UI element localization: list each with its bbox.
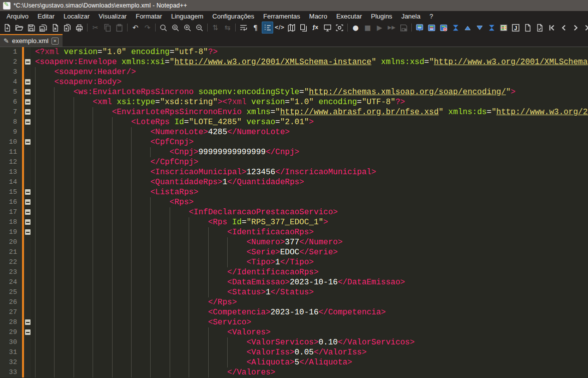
goto-next-button[interactable] xyxy=(570,22,581,34)
code-line[interactable]: <Aliquota>5</Aliquota> xyxy=(31,357,588,367)
line-number[interactable]: 7 xyxy=(0,107,22,117)
function-list-button[interactable]: ƒx xyxy=(310,22,321,34)
code-line[interactable]: </CpfCnpj> xyxy=(31,157,588,167)
line-number[interactable]: 20 xyxy=(0,237,22,247)
menu-item-help[interactable]: ? xyxy=(425,12,437,21)
menu-item-formatar[interactable]: Formatar xyxy=(131,12,167,21)
code-line[interactable]: </Rps> xyxy=(31,297,588,307)
macro-play-button[interactable]: ▶ xyxy=(374,22,385,34)
line-number[interactable]: 33 xyxy=(0,367,22,377)
line-number[interactable]: 5 xyxy=(0,87,22,97)
code-line[interactable]: <InfDeclaracaoPrestacaoServico> xyxy=(31,207,588,217)
compare-nav-first-button[interactable] xyxy=(450,22,461,34)
line-number[interactable]: 32 xyxy=(0,357,22,367)
code-line[interactable]: <soapenv:Body> xyxy=(31,77,588,87)
fold-margin[interactable] xyxy=(24,367,31,377)
code-line[interactable]: <?xml version="1.0" encoding="utf-8"?> xyxy=(31,47,588,57)
code-line[interactable]: </IdentificacaoRps> xyxy=(31,267,588,277)
line-number[interactable]: 3 xyxy=(0,67,22,77)
code-line[interactable]: <InscricaoMunicipal>123456</InscricaoMun… xyxy=(31,167,588,177)
line-number[interactable]: 9 xyxy=(0,127,22,137)
fold-margin[interactable] xyxy=(24,217,31,227)
sync-vertical-scroll-button[interactable]: ⇅ xyxy=(210,22,221,34)
fold-margin[interactable] xyxy=(24,347,31,357)
line-number[interactable]: 22 xyxy=(0,257,22,267)
fold-margin[interactable] xyxy=(24,177,31,187)
fold-margin[interactable] xyxy=(24,127,31,137)
fold-margin[interactable] xyxy=(24,97,31,107)
fold-margin[interactable] xyxy=(24,227,31,237)
tab-close-icon[interactable]: ✕ xyxy=(52,38,59,45)
fold-margin[interactable] xyxy=(24,277,31,287)
code-line[interactable]: <Competencia>2023-10-16</Competencia> xyxy=(31,307,588,317)
fold-margin[interactable] xyxy=(24,247,31,257)
menu-item-executar[interactable]: Executar xyxy=(332,12,366,21)
fold-margin[interactable] xyxy=(24,107,31,117)
line-number[interactable]: 10 xyxy=(0,137,22,147)
fold-margin[interactable] xyxy=(24,187,31,197)
fold-collapse-icon[interactable] xyxy=(25,119,31,125)
compare-set-first-button[interactable] xyxy=(414,22,425,34)
redo-button[interactable]: ↷ xyxy=(142,22,153,34)
line-number[interactable]: 11 xyxy=(0,147,22,157)
line-number[interactable]: 29 xyxy=(0,327,22,337)
tab-exemplo.xml[interactable]: ✎exemplo.xml✕ xyxy=(0,34,63,47)
code-line[interactable]: <DataEmissao>2023-10-16</DataEmissao> xyxy=(31,277,588,287)
fold-margin[interactable] xyxy=(24,257,31,267)
fold-margin[interactable] xyxy=(24,57,31,67)
menu-item-editar[interactable]: Editar xyxy=(33,12,59,21)
fold-margin[interactable] xyxy=(24,357,31,367)
macro-save-button[interactable] xyxy=(398,22,409,34)
compare-clear-button[interactable] xyxy=(438,22,449,34)
code-line[interactable]: <soapenv:Envelope xmlns:xsi="http://www.… xyxy=(31,57,588,67)
document-plain-button[interactable] xyxy=(522,22,533,34)
fold-margin[interactable] xyxy=(24,317,31,327)
code-line[interactable]: <Numero>377</Numero> xyxy=(31,237,588,247)
monitoring-button[interactable] xyxy=(322,22,333,34)
fold-margin[interactable] xyxy=(24,87,31,97)
code-line[interactable]: <Valores> xyxy=(31,327,588,337)
fold-collapse-icon[interactable] xyxy=(25,199,31,205)
new-file-button[interactable] xyxy=(2,22,13,34)
code-line[interactable]: <Servico> xyxy=(31,317,588,327)
fold-collapse-icon[interactable] xyxy=(25,89,31,95)
line-number[interactable]: 19 xyxy=(0,227,22,237)
code-line[interactable]: <ValorServicos>0.10</ValorServicos> xyxy=(31,337,588,347)
fold-collapse-icon[interactable] xyxy=(25,319,31,325)
fold-margin[interactable] xyxy=(24,267,31,277)
close-button[interactable] xyxy=(50,22,61,34)
line-number[interactable]: 18 xyxy=(0,217,22,227)
fold-margin[interactable] xyxy=(24,207,31,217)
line-number[interactable]: 24 xyxy=(0,277,22,287)
compare-button[interactable] xyxy=(426,22,437,34)
line-number[interactable]: 15 xyxy=(0,187,22,197)
code-line[interactable]: <LoteRps Id="LOTE_4285" versao="2.01"> xyxy=(31,117,588,127)
zoom-in-button[interactable] xyxy=(182,22,193,34)
macro-stop-button[interactable]: ■ xyxy=(362,22,373,34)
fold-margin[interactable] xyxy=(24,147,31,157)
line-number[interactable]: 1 xyxy=(0,47,22,57)
code-line[interactable]: <xml xsi:type="xsd:string"><?xml version… xyxy=(31,97,588,107)
code-line[interactable]: <Serie>EDOC</Serie> xyxy=(31,247,588,257)
fold-collapse-icon[interactable] xyxy=(25,189,31,195)
menu-item-ferramentas[interactable]: Ferramentas xyxy=(259,12,305,21)
fold-collapse-icon[interactable] xyxy=(25,139,31,145)
menu-item-plugins[interactable]: Plugins xyxy=(366,12,397,21)
save-all-button[interactable] xyxy=(38,22,49,34)
document-map-button[interactable] xyxy=(286,22,297,34)
goto-first-button[interactable] xyxy=(546,22,557,34)
editor[interactable]: 1<?xml version="1.0" encoding="utf-8"?>2… xyxy=(0,47,588,378)
word-wrap-button[interactable] xyxy=(238,22,249,34)
line-number[interactable]: 27 xyxy=(0,307,22,317)
code-line[interactable]: <NumeroLote>4285</NumeroLote> xyxy=(31,127,588,137)
fold-collapse-icon[interactable] xyxy=(25,329,31,335)
paste-button[interactable] xyxy=(114,22,125,34)
zoom-out-button[interactable] xyxy=(194,22,205,34)
document-check-button[interactable] xyxy=(534,22,545,34)
fold-margin[interactable] xyxy=(24,47,31,57)
compare-nav-next-button[interactable] xyxy=(474,22,485,34)
line-number[interactable]: 28 xyxy=(0,317,22,327)
print-button[interactable] xyxy=(74,22,85,34)
code-line[interactable]: <Cnpj>99999999999999</Cnpj> xyxy=(31,147,588,157)
fold-margin[interactable] xyxy=(24,287,31,297)
